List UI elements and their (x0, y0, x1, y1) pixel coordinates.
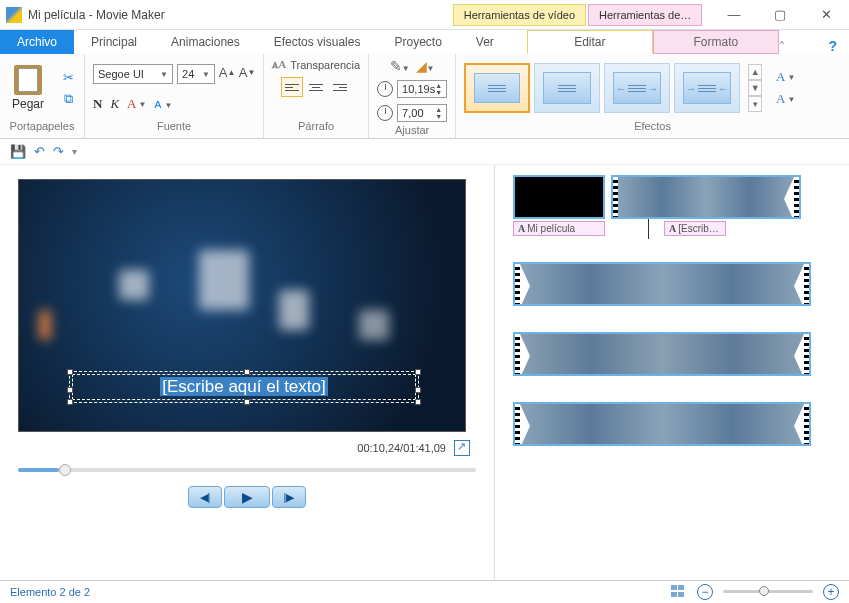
next-frame-button[interactable]: |▶ (272, 486, 306, 508)
time-display: 00:10,24/01:41,09 (357, 442, 446, 454)
help-icon[interactable]: ? (828, 38, 837, 54)
effects-scroll-down[interactable]: ▼ (748, 80, 762, 96)
context-tab-video[interactable]: Herramientas de vídeo (453, 4, 586, 26)
group-label-adjust: Ajustar (377, 122, 447, 138)
close-button[interactable]: ✕ (803, 0, 849, 30)
zoom-knob[interactable] (759, 586, 769, 596)
quick-access-toolbar: 💾 ↶ ↷ ▾ (0, 139, 849, 165)
shrink-font-icon[interactable]: A▼ (239, 64, 255, 80)
clip-video-2[interactable] (513, 262, 811, 306)
effect-tile-2[interactable] (534, 63, 600, 113)
tab-visual-effects[interactable]: Efectos visuales (257, 30, 378, 54)
workspace: [Escribe aquí el texto] 00:10,24/01:41,0… (0, 165, 849, 580)
group-label-paragraph: Párrafo (272, 118, 360, 134)
bold-button[interactable]: N (93, 96, 102, 112)
tab-animations[interactable]: Animaciones (154, 30, 257, 54)
context-tab-text[interactable]: Herramientas de… (588, 4, 702, 26)
clip-title[interactable] (513, 175, 605, 219)
tab-file[interactable]: Archivo (0, 30, 74, 54)
effects-expand[interactable]: ▾ (748, 96, 762, 112)
qat-customize-icon[interactable]: ▾ (72, 146, 77, 157)
font-size-select[interactable]: 24▼ (177, 64, 215, 84)
cut-icon[interactable]: ✂ (60, 69, 76, 85)
ribbon: Pegar ✂ ⧉ Portapapeles Segoe UI▼ 24▼ A▲ … (0, 54, 849, 139)
preview-pane: [Escribe aquí el texto] 00:10,24/01:41,0… (0, 165, 495, 580)
clip-video-4[interactable] (513, 402, 811, 446)
tab-edit[interactable]: Editar (527, 30, 653, 54)
video-preview[interactable]: [Escribe aquí el texto] (18, 179, 466, 432)
transparency-button[interactable]: ᴀA Transparencia (272, 58, 360, 71)
window-title: Mi película - Movie Maker (28, 8, 173, 22)
maximize-button[interactable]: ▢ (757, 0, 803, 30)
transparency-icon: ᴀA (272, 58, 286, 71)
tab-project[interactable]: Proyecto (377, 30, 458, 54)
text-effects-button[interactable]: A▼ (776, 69, 795, 85)
italic-button[interactable]: K (110, 96, 119, 112)
start-time-icon (377, 81, 393, 97)
text-outline-button[interactable]: ᴀ▼ (154, 96, 172, 112)
redo-icon[interactable]: ↷ (53, 144, 64, 159)
outline-effects-button[interactable]: A▼ (776, 91, 795, 107)
status-text: Elemento 2 de 2 (10, 586, 90, 598)
grow-font-icon[interactable]: A▲ (219, 64, 235, 80)
align-center-button[interactable] (305, 77, 327, 97)
timeline-pane[interactable]: AMi película A[Escrib… (495, 165, 849, 580)
ribbon-collapse-icon[interactable]: ˄ (779, 40, 785, 54)
align-right-button[interactable] (329, 77, 351, 97)
background-color-icon[interactable]: ◢▼ (416, 58, 435, 74)
copy-icon[interactable]: ⧉ (60, 91, 76, 107)
thumbnail-view-icon[interactable] (671, 585, 687, 599)
duration-spinner[interactable]: 7,00▲▼ (397, 104, 447, 122)
zoom-out-button[interactable]: − (697, 584, 713, 600)
caption-text-box[interactable]: [Escribe aquí el texto] (69, 371, 419, 403)
save-icon[interactable]: 💾 (10, 144, 26, 159)
tab-view[interactable]: Ver (459, 30, 511, 54)
font-name-select[interactable]: Segoe UI▼ (93, 64, 173, 84)
effects-scroll-up[interactable]: ▲ (748, 64, 762, 80)
edit-text-icon[interactable]: ✎▼ (390, 58, 410, 74)
tab-home[interactable]: Principal (74, 30, 154, 54)
minimize-button[interactable]: — (711, 0, 757, 30)
paste-label: Pegar (12, 97, 44, 111)
group-label-clipboard: Portapapeles (8, 118, 76, 134)
seek-knob[interactable] (59, 464, 71, 476)
status-bar: Elemento 2 de 2 − + (0, 580, 849, 602)
caption-placeholder: [Escribe aquí el texto] (160, 377, 327, 396)
align-left-button[interactable] (281, 77, 303, 97)
ribbon-tabs: Archivo Principal Animaciones Efectos vi… (0, 30, 849, 54)
undo-icon[interactable]: ↶ (34, 144, 45, 159)
effect-tile-4[interactable]: →← (674, 63, 740, 113)
font-color-button[interactable]: A▼ (127, 96, 146, 112)
tab-format[interactable]: Formato (653, 30, 779, 54)
fullscreen-icon[interactable] (454, 440, 470, 456)
seek-bar[interactable] (18, 468, 476, 472)
zoom-slider[interactable] (723, 590, 813, 593)
effect-tile-3[interactable]: ←→ (604, 63, 670, 113)
clipboard-icon (14, 65, 42, 95)
title-bar: Mi película - Movie Maker Herramientas d… (0, 0, 849, 30)
group-label-font: Fuente (93, 118, 255, 134)
group-label-effects: Efectos (464, 118, 841, 134)
duration-icon (377, 105, 393, 121)
play-button[interactable]: ▶ (224, 486, 270, 508)
clip-video-1[interactable] (611, 175, 801, 219)
clip-video-3[interactable] (513, 332, 811, 376)
effect-tile-1[interactable] (464, 63, 530, 113)
app-icon (6, 7, 22, 23)
prev-frame-button[interactable]: ◀| (188, 486, 222, 508)
caption-tag-2[interactable]: A[Escrib… (664, 221, 726, 236)
caption-tag-1[interactable]: AMi película (513, 221, 605, 236)
start-time-spinner[interactable]: 10,19s▲▼ (397, 80, 447, 98)
zoom-in-button[interactable]: + (823, 584, 839, 600)
paste-button[interactable]: Pegar (8, 63, 48, 113)
